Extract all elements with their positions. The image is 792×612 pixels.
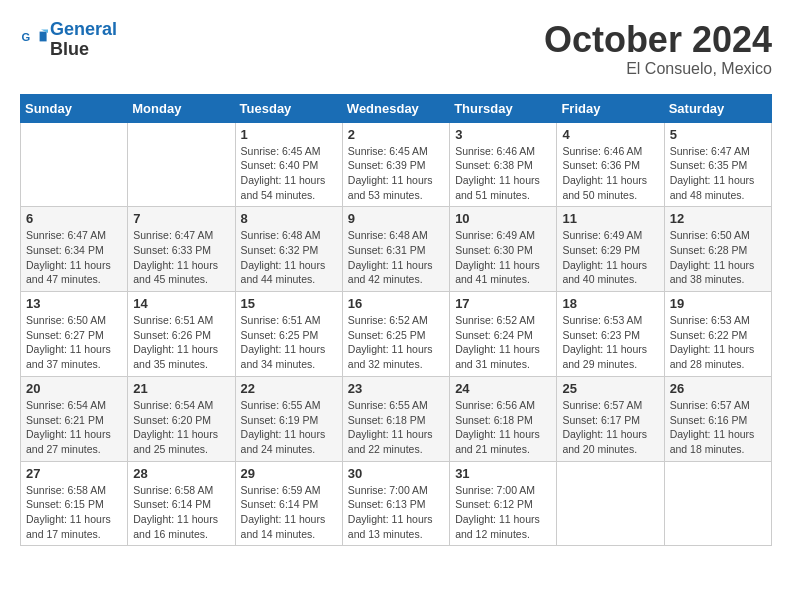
weekday-monday: Monday — [128, 94, 235, 122]
weekday-wednesday: Wednesday — [342, 94, 449, 122]
calendar-cell: 18Sunrise: 6:53 AMSunset: 6:23 PMDayligh… — [557, 292, 664, 377]
day-number: 11 — [562, 211, 658, 226]
calendar-cell: 20Sunrise: 6:54 AMSunset: 6:21 PMDayligh… — [21, 376, 128, 461]
day-number: 9 — [348, 211, 444, 226]
day-info: Sunrise: 6:51 AMSunset: 6:26 PMDaylight:… — [133, 313, 229, 372]
logo-icon: G — [20, 26, 48, 54]
calendar-cell: 9Sunrise: 6:48 AMSunset: 6:31 PMDaylight… — [342, 207, 449, 292]
day-info: Sunrise: 6:47 AMSunset: 6:35 PMDaylight:… — [670, 144, 766, 203]
day-number: 1 — [241, 127, 337, 142]
calendar-cell: 6Sunrise: 6:47 AMSunset: 6:34 PMDaylight… — [21, 207, 128, 292]
calendar-cell: 29Sunrise: 6:59 AMSunset: 6:14 PMDayligh… — [235, 461, 342, 546]
calendar-cell: 26Sunrise: 6:57 AMSunset: 6:16 PMDayligh… — [664, 376, 771, 461]
calendar-week-4: 20Sunrise: 6:54 AMSunset: 6:21 PMDayligh… — [21, 376, 772, 461]
page-header: G General Blue October 2024 El Consuelo,… — [20, 20, 772, 78]
day-info: Sunrise: 7:00 AMSunset: 6:13 PMDaylight:… — [348, 483, 444, 542]
calendar-cell: 22Sunrise: 6:55 AMSunset: 6:19 PMDayligh… — [235, 376, 342, 461]
calendar-cell: 15Sunrise: 6:51 AMSunset: 6:25 PMDayligh… — [235, 292, 342, 377]
day-number: 12 — [670, 211, 766, 226]
calendar-cell: 23Sunrise: 6:55 AMSunset: 6:18 PMDayligh… — [342, 376, 449, 461]
day-number: 4 — [562, 127, 658, 142]
day-number: 3 — [455, 127, 551, 142]
calendar-cell — [557, 461, 664, 546]
calendar-cell: 30Sunrise: 7:00 AMSunset: 6:13 PMDayligh… — [342, 461, 449, 546]
weekday-friday: Friday — [557, 94, 664, 122]
day-info: Sunrise: 6:58 AMSunset: 6:15 PMDaylight:… — [26, 483, 122, 542]
day-number: 6 — [26, 211, 122, 226]
day-number: 16 — [348, 296, 444, 311]
day-info: Sunrise: 6:55 AMSunset: 6:19 PMDaylight:… — [241, 398, 337, 457]
calendar-cell: 28Sunrise: 6:58 AMSunset: 6:14 PMDayligh… — [128, 461, 235, 546]
day-info: Sunrise: 6:56 AMSunset: 6:18 PMDaylight:… — [455, 398, 551, 457]
day-info: Sunrise: 6:58 AMSunset: 6:14 PMDaylight:… — [133, 483, 229, 542]
day-info: Sunrise: 6:49 AMSunset: 6:30 PMDaylight:… — [455, 228, 551, 287]
calendar-cell: 1Sunrise: 6:45 AMSunset: 6:40 PMDaylight… — [235, 122, 342, 207]
title-area: October 2024 El Consuelo, Mexico — [544, 20, 772, 78]
calendar-cell: 17Sunrise: 6:52 AMSunset: 6:24 PMDayligh… — [450, 292, 557, 377]
calendar-week-1: 1Sunrise: 6:45 AMSunset: 6:40 PMDaylight… — [21, 122, 772, 207]
calendar-cell: 12Sunrise: 6:50 AMSunset: 6:28 PMDayligh… — [664, 207, 771, 292]
svg-marker-1 — [40, 31, 47, 41]
weekday-tuesday: Tuesday — [235, 94, 342, 122]
day-info: Sunrise: 6:45 AMSunset: 6:39 PMDaylight:… — [348, 144, 444, 203]
weekday-saturday: Saturday — [664, 94, 771, 122]
calendar-cell: 21Sunrise: 6:54 AMSunset: 6:20 PMDayligh… — [128, 376, 235, 461]
day-number: 27 — [26, 466, 122, 481]
day-number: 26 — [670, 381, 766, 396]
day-number: 30 — [348, 466, 444, 481]
day-info: Sunrise: 6:52 AMSunset: 6:24 PMDaylight:… — [455, 313, 551, 372]
day-number: 24 — [455, 381, 551, 396]
logo-line2: Blue — [50, 39, 89, 59]
day-info: Sunrise: 6:45 AMSunset: 6:40 PMDaylight:… — [241, 144, 337, 203]
logo: G General Blue — [20, 20, 117, 60]
calendar-cell: 4Sunrise: 6:46 AMSunset: 6:36 PMDaylight… — [557, 122, 664, 207]
day-number: 8 — [241, 211, 337, 226]
day-info: Sunrise: 6:49 AMSunset: 6:29 PMDaylight:… — [562, 228, 658, 287]
day-number: 20 — [26, 381, 122, 396]
day-number: 29 — [241, 466, 337, 481]
day-info: Sunrise: 6:46 AMSunset: 6:36 PMDaylight:… — [562, 144, 658, 203]
logo-text: General Blue — [50, 20, 117, 60]
day-info: Sunrise: 6:51 AMSunset: 6:25 PMDaylight:… — [241, 313, 337, 372]
day-number: 23 — [348, 381, 444, 396]
day-number: 13 — [26, 296, 122, 311]
location: El Consuelo, Mexico — [544, 60, 772, 78]
calendar-cell: 31Sunrise: 7:00 AMSunset: 6:12 PMDayligh… — [450, 461, 557, 546]
day-info: Sunrise: 6:53 AMSunset: 6:23 PMDaylight:… — [562, 313, 658, 372]
day-info: Sunrise: 6:47 AMSunset: 6:34 PMDaylight:… — [26, 228, 122, 287]
calendar-cell — [664, 461, 771, 546]
weekday-sunday: Sunday — [21, 94, 128, 122]
calendar-cell: 27Sunrise: 6:58 AMSunset: 6:15 PMDayligh… — [21, 461, 128, 546]
calendar-cell: 8Sunrise: 6:48 AMSunset: 6:32 PMDaylight… — [235, 207, 342, 292]
day-info: Sunrise: 6:59 AMSunset: 6:14 PMDaylight:… — [241, 483, 337, 542]
day-number: 19 — [670, 296, 766, 311]
day-number: 28 — [133, 466, 229, 481]
calendar-cell: 16Sunrise: 6:52 AMSunset: 6:25 PMDayligh… — [342, 292, 449, 377]
calendar-table: SundayMondayTuesdayWednesdayThursdayFrid… — [20, 94, 772, 547]
calendar-cell: 25Sunrise: 6:57 AMSunset: 6:17 PMDayligh… — [557, 376, 664, 461]
day-number: 7 — [133, 211, 229, 226]
day-number: 22 — [241, 381, 337, 396]
calendar-week-3: 13Sunrise: 6:50 AMSunset: 6:27 PMDayligh… — [21, 292, 772, 377]
calendar-cell: 13Sunrise: 6:50 AMSunset: 6:27 PMDayligh… — [21, 292, 128, 377]
month-title: October 2024 — [544, 20, 772, 60]
day-info: Sunrise: 7:00 AMSunset: 6:12 PMDaylight:… — [455, 483, 551, 542]
day-number: 21 — [133, 381, 229, 396]
day-number: 14 — [133, 296, 229, 311]
day-info: Sunrise: 6:52 AMSunset: 6:25 PMDaylight:… — [348, 313, 444, 372]
day-number: 25 — [562, 381, 658, 396]
day-number: 10 — [455, 211, 551, 226]
calendar-week-5: 27Sunrise: 6:58 AMSunset: 6:15 PMDayligh… — [21, 461, 772, 546]
day-number: 18 — [562, 296, 658, 311]
calendar-cell: 19Sunrise: 6:53 AMSunset: 6:22 PMDayligh… — [664, 292, 771, 377]
day-info: Sunrise: 6:48 AMSunset: 6:32 PMDaylight:… — [241, 228, 337, 287]
day-info: Sunrise: 6:50 AMSunset: 6:27 PMDaylight:… — [26, 313, 122, 372]
calendar-cell — [21, 122, 128, 207]
day-info: Sunrise: 6:48 AMSunset: 6:31 PMDaylight:… — [348, 228, 444, 287]
calendar-cell: 14Sunrise: 6:51 AMSunset: 6:26 PMDayligh… — [128, 292, 235, 377]
day-info: Sunrise: 6:55 AMSunset: 6:18 PMDaylight:… — [348, 398, 444, 457]
day-number: 5 — [670, 127, 766, 142]
day-info: Sunrise: 6:54 AMSunset: 6:21 PMDaylight:… — [26, 398, 122, 457]
day-info: Sunrise: 6:57 AMSunset: 6:17 PMDaylight:… — [562, 398, 658, 457]
calendar-cell: 3Sunrise: 6:46 AMSunset: 6:38 PMDaylight… — [450, 122, 557, 207]
